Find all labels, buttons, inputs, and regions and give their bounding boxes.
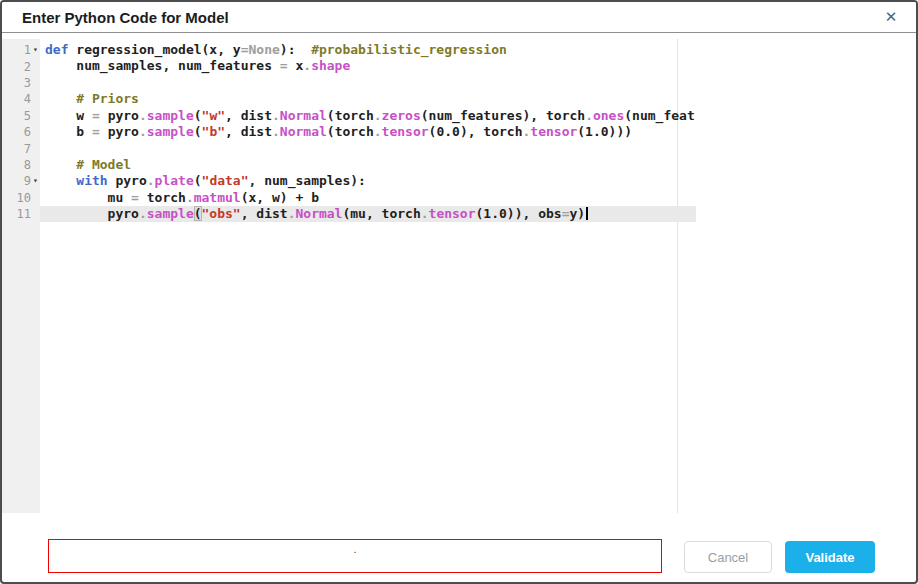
code-token: .	[147, 173, 155, 188]
code-token: plate	[155, 173, 194, 188]
line-number: 8	[2, 157, 40, 173]
code-token: with	[76, 173, 107, 188]
code-token: Normal	[280, 108, 327, 123]
code-line[interactable]: num_samples, num_features = x.shape	[40, 58, 696, 74]
code-token: torch	[147, 190, 186, 205]
code-line[interactable]: # Priors	[40, 91, 696, 107]
python-code-editor[interactable]: 1▾23456789▾1011 def regression_model(x, …	[2, 39, 916, 513]
code-token: (torch	[327, 108, 374, 123]
code-token: .	[139, 124, 147, 139]
code-token: pyro	[108, 124, 139, 139]
code-token	[45, 91, 76, 106]
line-number: 9▾	[2, 173, 40, 189]
code-line[interactable]: with pyro.plate("data", num_samples):	[40, 173, 696, 189]
code-token: .	[585, 108, 593, 123]
code-token: ):	[280, 42, 311, 57]
code-line[interactable]: def regression_model(x, y=None): #probab…	[40, 42, 696, 58]
validate-button[interactable]: Validate	[785, 541, 875, 573]
code-token: tensor	[530, 124, 577, 139]
code-token: shape	[311, 58, 350, 73]
code-line[interactable]	[40, 75, 696, 91]
code-token: ones	[593, 108, 624, 123]
code-token: Normal	[280, 124, 327, 139]
line-number: 4	[2, 91, 40, 107]
validation-message-text: .	[353, 543, 356, 555]
enter-python-code-dialog: Enter Python Code for Model ✕ 1▾23456789…	[0, 0, 918, 584]
code-token: .	[421, 206, 429, 221]
code-token: .	[139, 206, 147, 221]
code-token: (mu, torch	[342, 206, 420, 221]
code-token: (	[194, 173, 202, 188]
code-token: w	[45, 108, 92, 123]
code-token: (torch	[327, 124, 374, 139]
code-token: =	[92, 108, 108, 123]
code-token: =	[131, 190, 147, 205]
line-number-gutter: 1▾23456789▾1011	[2, 39, 40, 513]
code-line[interactable]: b = pyro.sample("b", dist.Normal(torch.t…	[40, 124, 696, 140]
fold-arrow-icon[interactable]: ▾	[31, 45, 40, 55]
cancel-button[interactable]: Cancel	[684, 541, 772, 573]
code-token: Normal	[295, 206, 342, 221]
code-token: (	[194, 108, 202, 123]
code-token: , dist	[225, 124, 272, 139]
code-token: "data"	[202, 173, 249, 188]
code-token: .	[374, 124, 382, 139]
code-token: .	[303, 58, 311, 73]
code-token: pyro	[108, 173, 147, 188]
code-token: .	[272, 124, 280, 139]
code-token	[45, 157, 76, 172]
code-token: regression_model(x, y	[76, 42, 240, 57]
code-token: (x, w) + b	[241, 190, 319, 205]
dialog-title: Enter Python Code for Model	[22, 9, 229, 26]
code-token	[45, 173, 76, 188]
code-token: pyro	[45, 206, 139, 221]
code-token: "w"	[202, 108, 225, 123]
line-number: 10	[2, 190, 40, 206]
code-token: =	[92, 124, 108, 139]
code-token: mu	[45, 190, 131, 205]
line-number: 1▾	[2, 42, 40, 58]
code-token: sample	[147, 108, 194, 123]
code-token: #probabilistic_regression	[311, 42, 507, 57]
code-token: "b"	[202, 124, 225, 139]
code-token: tensor	[382, 124, 429, 139]
code-token: (	[194, 124, 202, 139]
line-number: 5	[2, 108, 40, 124]
code-token: =	[280, 58, 296, 73]
code-token: (0.0), torch	[429, 124, 523, 139]
dialog-titlebar: Enter Python Code for Model ✕	[2, 2, 916, 33]
line-number: 2	[2, 58, 40, 74]
text-cursor	[586, 207, 588, 220]
code-token: pyro	[108, 108, 139, 123]
code-token: num_samples, num_features	[45, 58, 280, 73]
close-icon[interactable]: ✕	[882, 8, 900, 26]
code-token: .	[272, 108, 280, 123]
line-number: 7	[2, 140, 40, 156]
code-token: b	[45, 124, 92, 139]
code-token: matmul	[194, 190, 241, 205]
fold-arrow-icon[interactable]: ▾	[31, 176, 40, 186]
line-number: 11	[2, 206, 40, 222]
code-token: y)	[569, 206, 585, 221]
code-line[interactable]	[40, 140, 696, 156]
code-line[interactable]: w = pyro.sample("w", dist.Normal(torch.z…	[40, 108, 696, 124]
code-token: tensor	[429, 206, 476, 221]
code-token: .	[186, 190, 194, 205]
code-token: .	[139, 108, 147, 123]
code-line[interactable]: mu = torch.matmul(x, w) + b	[40, 190, 696, 206]
code-area[interactable]: def regression_model(x, y=None): #probab…	[40, 39, 696, 513]
code-token: sample	[147, 206, 194, 221]
code-token: (1.0)))	[577, 124, 632, 139]
code-token: , dist	[225, 108, 272, 123]
code-line[interactable]: # Model	[40, 157, 696, 173]
code-line[interactable]: pyro.sample("obs", dist.Normal(mu, torch…	[40, 206, 696, 222]
code-token: # Model	[76, 157, 131, 172]
code-token: def	[45, 42, 76, 57]
code-token: (num_features), torch	[421, 108, 585, 123]
code-token: =None	[241, 42, 280, 57]
code-token: .	[374, 108, 382, 123]
code-token: # Priors	[76, 91, 139, 106]
line-number: 6	[2, 124, 40, 140]
validation-message-box: .	[48, 539, 662, 573]
code-token: , dist	[241, 206, 288, 221]
